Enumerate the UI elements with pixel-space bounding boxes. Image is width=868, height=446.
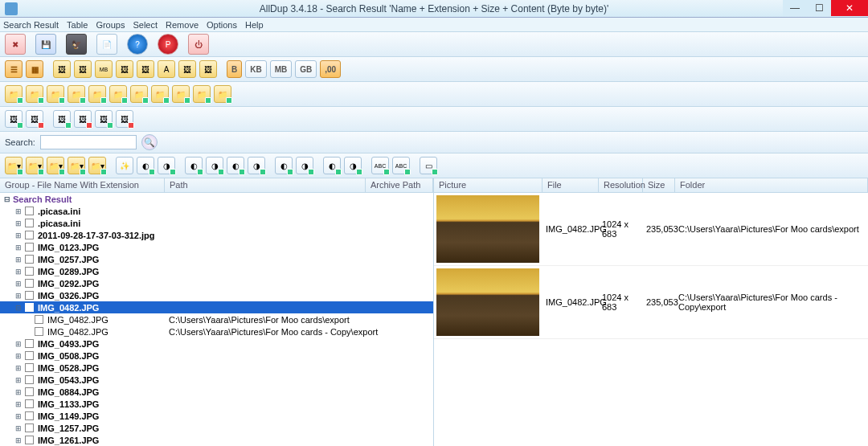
pinterest-button[interactable]: P — [158, 34, 178, 55]
tree-group[interactable]: ⊞IMG_0257.JPG — [0, 253, 433, 265]
tree-group[interactable]: ⊞IMG_0326.JPG — [0, 289, 433, 301]
sel-btn-9[interactable]: ◐ — [185, 157, 203, 174]
tree-file[interactable]: IMG_0482.JPGC:\Users\Yaara\Pictures\For … — [0, 325, 433, 338]
tree-group[interactable]: ⊞IMG_0508.JPG — [0, 350, 433, 362]
tree-group[interactable]: ⊞IMG_1133.JPG — [0, 398, 433, 410]
col-group[interactable]: Group - File Name With Extension — [0, 178, 165, 192]
delete-button[interactable]: ✖ — [5, 34, 26, 55]
tree-body[interactable]: ⊟Search Result⊞.picasa.ini⊞.picasa.ini⊞2… — [0, 193, 433, 446]
detail-body[interactable]: IMG_0482.JPG1024 x 683235,053C:\Users\Ya… — [434, 193, 868, 446]
sel-btn-abc1[interactable]: ABC — [371, 157, 389, 174]
tree-group[interactable]: ⊞IMG_1257.JPG — [0, 422, 433, 434]
menu-select[interactable]: Select — [133, 20, 158, 30]
folder-btn-8[interactable]: 📁 — [151, 85, 169, 103]
close-button[interactable]: ✕ — [831, 0, 868, 16]
menu-help[interactable]: Help — [245, 20, 264, 30]
tree-group[interactable]: ⊞2011-09-28-17-37-03-312.jpg — [0, 229, 433, 241]
folder-btn-2[interactable]: 📁 — [26, 85, 43, 103]
tree-group[interactable]: ⊞IMG_1261.JPG — [0, 434, 433, 446]
sel-btn-14[interactable]: ◑ — [296, 157, 313, 174]
view-icon-5[interactable]: 🖼 — [178, 60, 196, 78]
view-icon-6[interactable]: 🖼 — [199, 60, 217, 78]
col-archive[interactable]: Archive Path — [366, 178, 433, 192]
col-resolution[interactable]: Resolution — [599, 178, 643, 192]
size-dec-button[interactable]: ,00 — [320, 60, 341, 78]
sel-btn-16[interactable]: ◑ — [344, 157, 362, 174]
col-picture[interactable]: Picture — [434, 178, 542, 192]
tree-group[interactable]: ⊞.picasa.ini — [0, 217, 433, 229]
img-check-2[interactable]: 🖼 — [26, 110, 43, 128]
img-check-6[interactable]: 🖼 — [116, 110, 133, 128]
sel-btn-15[interactable]: ◐ — [323, 157, 341, 174]
sel-btn-13[interactable]: ◐ — [275, 157, 293, 174]
detail-row[interactable]: IMG_0482.JPG1024 x 683235,053C:\Users\Ya… — [434, 266, 868, 339]
maximize-button[interactable]: ☐ — [807, 0, 831, 16]
col-file[interactable]: File — [542, 178, 599, 192]
detail-row[interactable]: IMG_0482.JPG1024 x 683235,053C:\Users\Ya… — [434, 193, 868, 266]
sel-btn-2[interactable]: 📁▾ — [26, 157, 43, 174]
sel-btn-7[interactable]: ◐ — [137, 157, 154, 174]
tree-file[interactable]: IMG_0482.JPGC:\Users\Yaara\Pictures\For … — [0, 313, 433, 325]
size-mb-button[interactable]: MB — [270, 60, 293, 78]
tree-group[interactable]: ⊞.picasa.ini — [0, 205, 433, 217]
sel-btn-17[interactable]: ▭ — [420, 157, 437, 174]
sel-btn-12[interactable]: ◑ — [248, 157, 265, 174]
view-a-button[interactable]: A — [158, 60, 175, 78]
tree-group[interactable]: ⊞IMG_0528.JPG — [0, 362, 433, 374]
help-button[interactable]: ? — [127, 34, 148, 55]
tree-group[interactable]: ⊞IMG_0543.JPG — [0, 374, 433, 386]
sel-btn-4[interactable]: 📁▾ — [68, 157, 85, 174]
img-check-3[interactable]: 🖼 — [53, 110, 71, 128]
sel-btn-abc2[interactable]: ABC — [392, 157, 410, 174]
view-icon-4[interactable]: 🖼 — [137, 60, 154, 78]
sel-btn-1[interactable]: 📁▾ — [5, 157, 23, 174]
folder-btn-6[interactable]: 📁 — [109, 85, 127, 103]
tree-group[interactable]: ⊞IMG_0292.JPG — [0, 277, 433, 289]
view-icon-1[interactable]: 🖼 — [53, 60, 71, 78]
img-check-5[interactable]: 🖼 — [95, 110, 113, 128]
sel-btn-3[interactable]: 📁▾ — [47, 157, 64, 174]
tree-group[interactable]: ⊞IMG_0289.JPG — [0, 265, 433, 277]
size-gb-button[interactable]: GB — [295, 60, 317, 78]
folder-btn-5[interactable]: 📁 — [88, 85, 106, 103]
view-list-button[interactable]: ☰ — [5, 60, 23, 78]
view-icon-2[interactable]: 🖼 — [74, 60, 92, 78]
col-size[interactable]: Size — [643, 178, 675, 192]
folder-btn-10[interactable]: 📁 — [193, 85, 211, 103]
folder-btn-1[interactable]: 📁 — [5, 85, 23, 103]
view-icon-3[interactable]: 🖼 — [116, 60, 133, 78]
tree-group[interactable]: ⊞IMG_1149.JPG — [0, 410, 433, 422]
tree-group[interactable]: ⊞IMG_0493.JPG — [0, 338, 433, 350]
img-check-1[interactable]: 🖼 — [5, 110, 23, 128]
size-kb-button[interactable]: KB — [245, 60, 266, 78]
sel-btn-6[interactable]: ✨ — [116, 157, 133, 174]
minimize-button[interactable]: — — [783, 0, 807, 16]
document-button[interactable]: 📄 — [96, 34, 117, 55]
size-b-button[interactable]: B — [227, 60, 242, 78]
folder-btn-3[interactable]: 📁 — [47, 85, 64, 103]
menu-groups[interactable]: Groups — [96, 20, 125, 30]
menu-search-result[interactable]: Search Result — [3, 20, 59, 30]
sel-btn-10[interactable]: ◑ — [206, 157, 223, 174]
folder-btn-4[interactable]: 📁 — [68, 85, 85, 103]
menu-remove[interactable]: Remove — [166, 20, 199, 30]
sel-btn-8[interactable]: ◑ — [158, 157, 175, 174]
tree-group[interactable]: ⊞IMG_0123.JPG — [0, 241, 433, 253]
col-path[interactable]: Path — [165, 178, 366, 192]
folder-btn-9[interactable]: 📁 — [172, 85, 190, 103]
menu-options[interactable]: Options — [207, 20, 237, 30]
view-mb-button[interactable]: MB — [95, 60, 113, 78]
col-folder[interactable]: Folder — [675, 178, 868, 192]
power-button[interactable]: ⏻ — [188, 34, 209, 55]
tree-group[interactable]: ⊟IMG_0482.JPG — [0, 301, 433, 313]
menu-table[interactable]: Table — [67, 20, 88, 30]
sel-btn-5[interactable]: 📁▾ — [88, 157, 106, 174]
sel-btn-11[interactable]: ◐ — [227, 157, 244, 174]
search-button[interactable]: 🔍 — [141, 134, 158, 150]
search-input[interactable] — [40, 135, 137, 149]
view-grid-button[interactable]: ▦ — [26, 60, 43, 78]
save-button[interactable]: 💾 — [35, 34, 56, 55]
folder-btn-11[interactable]: 📁 — [214, 85, 231, 103]
tree-group[interactable]: ⊞IMG_0884.JPG — [0, 386, 433, 398]
print-button[interactable]: 🦅 — [66, 34, 87, 55]
